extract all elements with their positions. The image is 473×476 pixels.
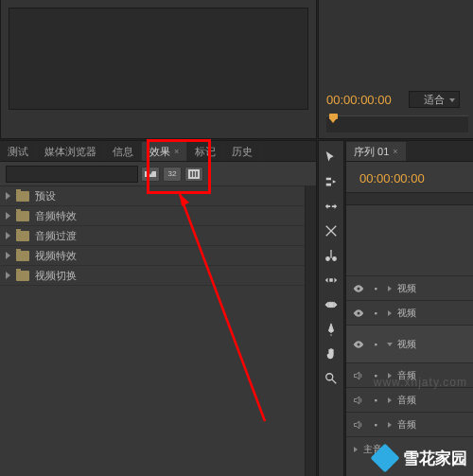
tree-label: 视频特效 (35, 249, 77, 263)
tree-item-video-effects[interactable]: 视频特效 (0, 246, 305, 266)
playhead-icon[interactable] (329, 114, 338, 123)
audio-track[interactable]: ▪音频 (346, 387, 473, 412)
chevron-right-icon[interactable] (388, 373, 392, 379)
timeline-panel: 序列 01× 00:00:00:00 ▪视频 ▪视频 ▪视频 ▪音频 ▪音频 ▪… (345, 140, 473, 476)
source-monitor-viewport (9, 8, 308, 110)
tree-item-video-transitions[interactable]: 视频切换 (0, 266, 305, 286)
tab-project[interactable]: 测试 (0, 142, 37, 161)
track-label: 音频 (397, 369, 416, 382)
speaker-icon[interactable] (352, 418, 365, 432)
effects-panel: 测试 媒体浏览器 信息 效果× 标记 历史 32 预设 音频特效 音频过渡 视频… (0, 140, 317, 476)
scrollbar[interactable] (305, 186, 316, 476)
tab-label: 历史 (232, 145, 253, 159)
accelerated-filter-icon[interactable] (141, 167, 160, 182)
tab-label: 效果 (149, 145, 170, 159)
hand-tool-icon[interactable] (323, 345, 340, 362)
track-label: 视频 (397, 338, 416, 351)
track-label: 视频 (397, 307, 416, 320)
zoom-label: 适合 (424, 93, 445, 107)
tracks: ▪视频 ▪视频 ▪视频 ▪音频 ▪音频 ▪音频 主音 (346, 275, 473, 476)
source-monitor (0, 0, 317, 139)
chevron-right-icon (6, 252, 10, 259)
yuv-filter-icon[interactable] (184, 167, 203, 182)
lock-icon[interactable]: ▪ (369, 418, 382, 432)
sequence-ruler[interactable] (346, 192, 473, 205)
tree-label: 音频特效 (35, 209, 77, 223)
folder-icon (16, 231, 29, 241)
tab-info[interactable]: 信息 (105, 142, 142, 161)
chevron-right-icon (6, 272, 10, 279)
chevron-right-icon (6, 192, 10, 200)
tab-label: 信息 (113, 145, 133, 159)
effects-search-row: 32 (0, 162, 316, 186)
folder-icon (16, 191, 29, 202)
video-track[interactable]: ▪视频 (346, 275, 473, 300)
tab-label: 媒体浏览器 (44, 145, 96, 159)
eye-icon[interactable] (352, 338, 365, 351)
32bit-filter-icon[interactable]: 32 (163, 167, 182, 182)
slide-tool-icon[interactable] (323, 296, 340, 313)
chevron-right-icon[interactable] (388, 397, 392, 403)
tab-history[interactable]: 历史 (224, 142, 261, 161)
master-track[interactable]: 主音 (346, 436, 473, 461)
track-label: 主音 (363, 443, 382, 456)
slip-tool-icon[interactable] (323, 272, 340, 289)
lock-icon[interactable]: ▪ (369, 338, 382, 351)
razor-tool-icon[interactable] (323, 247, 340, 264)
svg-point-6 (326, 374, 333, 380)
tab-label: 标记 (195, 145, 216, 159)
selection-tool-icon[interactable] (323, 149, 340, 166)
tree-item-audio-effects[interactable]: 音频特效 (0, 206, 305, 226)
chevron-right-icon[interactable] (388, 310, 392, 316)
tree-item-audio-transitions[interactable]: 音频过渡 (0, 226, 305, 246)
folder-icon (16, 271, 29, 281)
pen-tool-icon[interactable] (323, 321, 340, 338)
tools-panel (318, 140, 344, 476)
lock-icon[interactable]: ▪ (369, 394, 382, 407)
track-label: 视频 (397, 282, 416, 295)
filter-32-label: 32 (168, 169, 177, 178)
chevron-right-icon[interactable] (388, 422, 392, 428)
tab-media-browser[interactable]: 媒体浏览器 (37, 142, 105, 161)
chevron-right-icon[interactable] (354, 447, 358, 452)
tree-label: 预设 (35, 189, 56, 203)
video-track-expanded[interactable]: ▪视频 (346, 325, 473, 362)
tree-label: 视频切换 (35, 269, 77, 283)
sequence-tab[interactable]: 序列 01× (346, 142, 406, 161)
lock-icon[interactable]: ▪ (369, 369, 382, 382)
audio-track[interactable]: ▪音频 (346, 412, 473, 436)
track-select-tool-icon[interactable] (323, 173, 340, 190)
track-label: 音频 (397, 394, 416, 407)
tree-item-presets[interactable]: 预设 (0, 186, 305, 206)
ripple-edit-tool-icon[interactable] (323, 198, 340, 215)
tab-markers[interactable]: 标记 (187, 142, 224, 161)
effects-tree: 预设 音频特效 音频过渡 视频特效 视频切换 (0, 186, 305, 476)
rate-stretch-tool-icon[interactable] (323, 222, 340, 239)
speaker-icon[interactable] (352, 369, 365, 382)
monitor-section: 00:00:00:00 适合 (0, 0, 473, 139)
svg-rect-4 (193, 171, 195, 177)
lock-icon[interactable]: ▪ (369, 307, 382, 320)
sequence-body: 00:00:00:00 ▪视频 ▪视频 ▪视频 ▪音频 ▪音频 ▪音频 主音 (346, 162, 473, 476)
tab-effects[interactable]: 效果× (142, 142, 187, 161)
chevron-right-icon[interactable] (388, 286, 392, 291)
lock-icon[interactable]: ▪ (369, 282, 382, 295)
speaker-icon[interactable] (352, 394, 365, 407)
chevron-down-icon[interactable] (387, 343, 393, 346)
audio-track[interactable]: ▪音频 (346, 362, 473, 387)
eye-icon[interactable] (352, 282, 365, 295)
eye-icon[interactable] (352, 307, 365, 320)
zoom-level-dropdown[interactable]: 适合 (409, 91, 460, 108)
effects-search-input[interactable] (6, 166, 138, 183)
program-timecode[interactable]: 00:00:00:00 (326, 93, 392, 107)
sequence-timecode[interactable]: 00:00:00:00 (359, 171, 425, 185)
video-track[interactable]: ▪视频 (346, 300, 473, 325)
chevron-right-icon (6, 232, 10, 239)
sequence-tab-row: 序列 01× (346, 141, 473, 162)
program-ruler[interactable] (326, 115, 468, 132)
close-icon[interactable]: × (174, 147, 179, 156)
svg-rect-5 (196, 171, 198, 177)
zoom-tool-icon[interactable] (323, 370, 340, 387)
tab-label: 测试 (8, 145, 28, 159)
close-icon[interactable]: × (393, 147, 397, 156)
